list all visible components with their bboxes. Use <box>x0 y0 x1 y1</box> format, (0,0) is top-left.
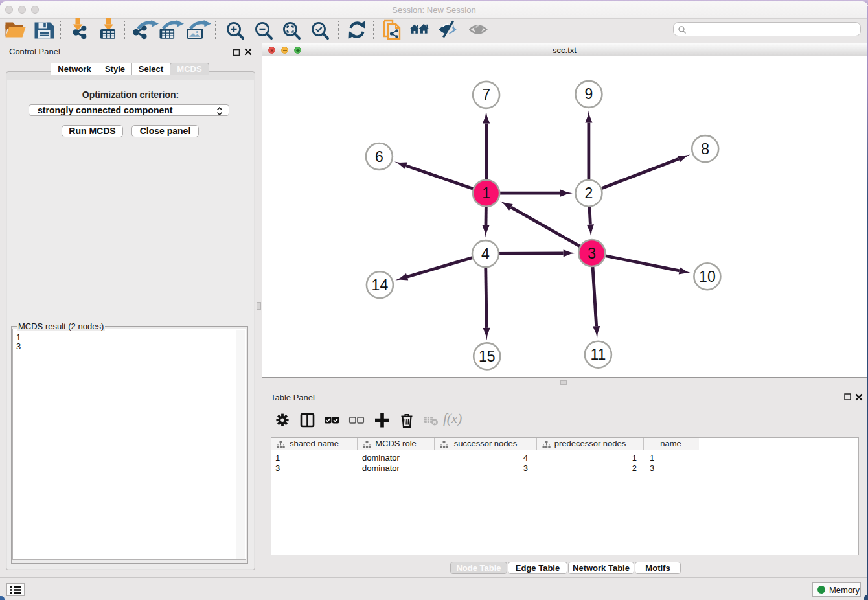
svg-text:10: 10 <box>699 268 716 285</box>
svg-text:6: 6 <box>375 148 383 165</box>
svg-text:4: 4 <box>481 246 490 262</box>
svg-text:9: 9 <box>585 86 593 102</box>
svg-text:7: 7 <box>482 86 490 103</box>
svg-text:14: 14 <box>372 277 389 294</box>
svg-text:11: 11 <box>590 346 606 363</box>
svg-text:1: 1 <box>482 185 490 202</box>
svg-text:2: 2 <box>585 185 593 202</box>
svg-text:3: 3 <box>588 245 596 262</box>
svg-text:15: 15 <box>479 348 496 365</box>
svg-text:8: 8 <box>701 141 709 157</box>
